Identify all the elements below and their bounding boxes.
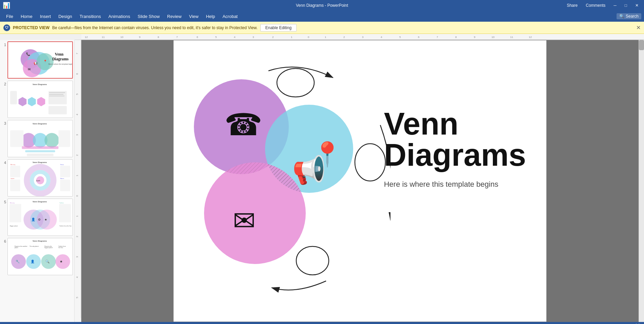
protected-bar-close[interactable]: ✕ — [636, 24, 641, 31]
slide-preview-5[interactable]: Venn Diagrams 👤 ⚙ ★ Mercury Pythias — [7, 199, 73, 236]
svg-rect-44 — [48, 91, 67, 104]
title-bar: 📊 Venn Diagrams - PowerPoint Share Comme… — [0, 0, 644, 11]
svg-text:👤: 👤 — [31, 217, 36, 222]
slide-thumb-6[interactable]: 6 Venn Diagrams 🔧 👤 🔍 ★ Requires — [1, 238, 73, 275]
svg-text:📢: 📢 — [34, 61, 38, 65]
svg-text:Mercury: Mercury — [10, 202, 15, 204]
slide5-thumbnail-svg: Venn Diagrams 👤 ⚙ ★ Mercury Pythias — [8, 199, 73, 236]
slide4-thumbnail-svg: Venn Diagrams Earth Mercury Venus Jupit — [8, 160, 73, 196]
slide-num-3: 3 — [1, 120, 6, 125]
svg-text:⚙: ⚙ — [38, 218, 41, 221]
slide-panel: 1 Venn Diagrams Here is where this templ… — [0, 40, 75, 322]
menu-animations[interactable]: Animations — [105, 13, 134, 20]
menu-insert[interactable]: Insert — [37, 13, 55, 20]
svg-text:7: 7 — [437, 36, 438, 39]
menu-help[interactable]: Help — [203, 13, 219, 20]
svg-text:3: 3 — [253, 36, 254, 39]
svg-text:10: 10 — [120, 36, 123, 39]
menu-file[interactable]: File — [3, 13, 17, 20]
title-bar-left: 📊 — [3, 2, 10, 9]
svg-text:Venn Diagrams: Venn Diagrams — [33, 83, 47, 85]
maximize-button[interactable]: □ — [622, 2, 630, 8]
svg-text:Saturn: Saturn — [60, 178, 64, 179]
svg-text:3: 3 — [76, 134, 79, 136]
slide-num-1: 1 — [1, 41, 6, 47]
svg-text:Here is where this template be: Here is where this template begins — [48, 63, 72, 65]
search-icon: 🔍 — [619, 14, 624, 19]
svg-rect-59 — [27, 154, 54, 156]
search-box[interactable]: 🔍 Search — [617, 13, 641, 19]
slide-thumb-2[interactable]: 2 Venn Diagrams — [1, 81, 73, 118]
svg-text:planet: planet — [15, 247, 19, 248]
slide-preview-4[interactable]: Venn Diagrams Earth Mercury Venus Jupit — [7, 159, 73, 197]
menu-slideshow[interactable]: Slide Show — [134, 13, 163, 20]
status-bar: Slide 1 of 6 English (United States) Acc… — [0, 322, 644, 324]
svg-text:1: 1 — [76, 215, 79, 217]
svg-text:biggest planet: biggest planet — [44, 247, 53, 248]
svg-rect-82 — [9, 204, 21, 222]
close-button[interactable]: ✕ — [632, 2, 641, 8]
slide-title-main: Venn Diagrams — [384, 108, 526, 170]
svg-point-121 — [355, 144, 385, 181]
svg-text:2: 2 — [343, 36, 345, 39]
svg-text:5: 5 — [215, 36, 217, 39]
svg-text:📍: 📍 — [313, 140, 342, 168]
svg-text:5: 5 — [76, 297, 79, 298]
slide-canvas[interactable]: ☎ 📢 📍 ✉ Venn Diagrams Here is where this… — [174, 40, 546, 322]
svg-rect-83 — [59, 204, 71, 222]
slide-preview-3[interactable]: Venn Diagrams — [7, 120, 73, 157]
slide-preview-6[interactable]: Venn Diagrams 🔧 👤 🔍 ★ Requires the small… — [7, 238, 73, 275]
svg-text:Earth: Earth — [36, 180, 40, 182]
svg-text:🔍: 🔍 — [45, 259, 50, 264]
svg-rect-57 — [22, 146, 59, 149]
slide-num-4: 4 — [1, 159, 6, 165]
svg-text:5: 5 — [399, 36, 401, 39]
svg-rect-66 — [10, 166, 20, 177]
slide-thumb-4[interactable]: 4 Venn Diagrams Earth — [1, 159, 73, 197]
slide1-thumbnail-svg: Venn Diagrams Here is where this templat… — [8, 42, 72, 78]
vertical-scrollbar[interactable] — [639, 40, 644, 322]
minimize-button[interactable]: ─ — [611, 2, 619, 8]
menu-transitions[interactable]: Transitions — [76, 13, 104, 20]
menu-home[interactable]: Home — [17, 13, 36, 20]
ruler-horizontal: 12 11 10 9 8 7 6 5 4 3 2 1 0 1 2 3 4 5 6… — [75, 34, 644, 40]
slide-thumb-3[interactable]: 3 Venn Diagrams — [1, 120, 73, 157]
svg-text:11: 11 — [102, 36, 105, 39]
share-button[interactable]: Share — [564, 2, 580, 8]
svg-text:the Sun: the Sun — [59, 247, 63, 248]
svg-text:6: 6 — [418, 36, 420, 39]
svg-text:4: 4 — [234, 36, 236, 39]
venn-diagram-svg: ☎ 📢 📍 ✉ — [180, 57, 390, 308]
svg-text:3: 3 — [362, 36, 364, 39]
svg-text:1: 1 — [76, 175, 79, 176]
svg-text:Diagrams: Diagrams — [52, 57, 69, 61]
comments-button[interactable]: Comments — [583, 2, 608, 8]
svg-text:3: 3 — [76, 256, 79, 258]
protected-view-label: PROTECTED VIEW — [13, 25, 49, 30]
svg-text:Venn Diagrams: Venn Diagrams — [33, 201, 47, 203]
svg-text:8: 8 — [455, 36, 457, 39]
slide-preview-2[interactable]: Venn Diagrams — [7, 81, 73, 118]
svg-text:5: 5 — [76, 93, 79, 95]
svg-rect-56 — [59, 130, 70, 147]
svg-text:0: 0 — [308, 36, 309, 39]
slide2-thumbnail-svg: Venn Diagrams — [8, 81, 73, 118]
canvas-area: ☎ 📢 📍 ✉ Venn Diagrams Here is where this… — [81, 40, 639, 322]
svg-text:9: 9 — [474, 36, 476, 39]
svg-text:Bigger planet: Bigger planet — [10, 225, 18, 227]
menu-design[interactable]: Design — [55, 13, 75, 20]
svg-text:Pythias: Pythias — [59, 202, 64, 204]
menu-acrobat[interactable]: Acrobat — [219, 13, 241, 20]
enable-editing-button[interactable]: Enable Editing — [260, 24, 297, 32]
slide-thumb-1[interactable]: 1 Venn Diagrams Here is where this templ… — [1, 41, 73, 79]
svg-text:🔧: 🔧 — [16, 259, 20, 264]
svg-text:8: 8 — [158, 36, 159, 39]
slide-thumb-5[interactable]: 5 Venn Diagrams 👤 ⚙ ★ M — [1, 199, 73, 236]
svg-text:10: 10 — [491, 36, 495, 39]
svg-rect-45 — [48, 106, 67, 115]
slide-preview-1[interactable]: Venn Diagrams Here is where this templat… — [7, 41, 73, 79]
svg-text:The only planet: The only planet — [29, 245, 39, 247]
menu-review[interactable]: Review — [164, 13, 185, 20]
menu-bar: File Home Insert Design Transitions Anim… — [0, 11, 644, 22]
menu-view[interactable]: View — [186, 13, 202, 20]
